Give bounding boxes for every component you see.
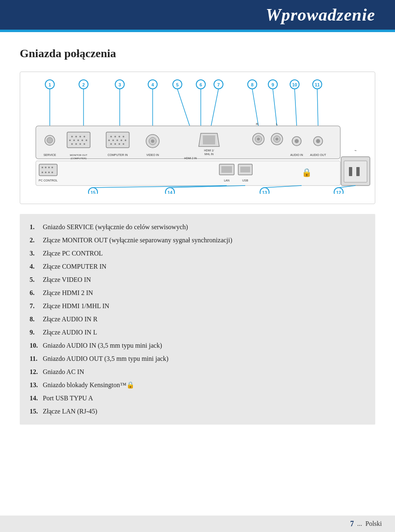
svg-rect-111 bbox=[349, 167, 352, 176]
svg-text:🔒: 🔒 bbox=[302, 167, 312, 177]
svg-text:HDMI 1/: HDMI 1/ bbox=[204, 149, 214, 152]
svg-point-79 bbox=[257, 138, 260, 141]
connector-svg: 1 2 3 4 5 6 7 bbox=[30, 79, 384, 194]
list-item: 5. Złącze VIDEO IN bbox=[30, 273, 365, 286]
svg-rect-103 bbox=[221, 166, 232, 173]
svg-point-61 bbox=[121, 139, 122, 141]
svg-point-55 bbox=[114, 136, 116, 137]
svg-text:HDMI 2 IN: HDMI 2 IN bbox=[184, 157, 197, 160]
svg-line-32 bbox=[317, 89, 318, 126]
svg-text:MONITOR OUT: MONITOR OUT bbox=[70, 154, 88, 156]
list-item: 14. Port USB TYPU A bbox=[30, 392, 365, 405]
svg-point-35 bbox=[47, 137, 53, 143]
svg-point-47 bbox=[71, 143, 73, 145]
svg-text:AUDIO OUT: AUDIO OUT bbox=[310, 153, 327, 156]
list-item: 12. Gniazdo AC IN bbox=[30, 365, 365, 379]
svg-point-99 bbox=[48, 172, 50, 173]
description-list: 1. Gniazdo SERVICE (wyłącznie do celów s… bbox=[30, 221, 365, 418]
list-item: 10. Gniazdo AUDIO IN (3,5 mm typu mini j… bbox=[30, 339, 365, 352]
svg-text:2: 2 bbox=[82, 82, 85, 87]
svg-point-66 bbox=[123, 143, 124, 145]
footer-language: Polski bbox=[365, 520, 382, 527]
svg-rect-110 bbox=[344, 161, 367, 182]
page-footer: 7 ... Polski bbox=[0, 516, 395, 532]
list-item: 1. Gniazdo SERVICE (wyłącznie do celów s… bbox=[30, 221, 365, 234]
svg-text:4: 4 bbox=[151, 82, 154, 87]
svg-rect-112 bbox=[356, 167, 360, 176]
svg-rect-106 bbox=[240, 167, 250, 172]
svg-text:COMPUTER IN: COMPUTER IN bbox=[108, 153, 128, 156]
list-item: 9. Złącze AUDIO IN L bbox=[30, 326, 365, 339]
svg-text:VIDEO IN: VIDEO IN bbox=[146, 153, 159, 156]
svg-point-46 bbox=[86, 139, 87, 141]
svg-line-29 bbox=[295, 89, 297, 126]
page-title: Wprowadzenie bbox=[266, 5, 375, 25]
svg-point-50 bbox=[84, 143, 85, 145]
svg-text:15: 15 bbox=[91, 190, 95, 194]
page-header: Wprowadzenie bbox=[0, 0, 395, 30]
svg-line-26 bbox=[273, 89, 277, 126]
svg-text:8: 8 bbox=[251, 82, 253, 87]
svg-point-40 bbox=[79, 136, 81, 137]
svg-text:R: R bbox=[256, 122, 258, 126]
svg-text:MHL IN: MHL IN bbox=[204, 153, 214, 156]
svg-point-63 bbox=[110, 143, 112, 145]
svg-point-65 bbox=[118, 143, 120, 145]
svg-point-48 bbox=[75, 143, 77, 145]
svg-point-39 bbox=[75, 136, 77, 137]
svg-point-41 bbox=[84, 136, 85, 137]
svg-text:SERVICE: SERVICE bbox=[44, 153, 56, 156]
svg-point-89 bbox=[316, 139, 320, 143]
svg-line-14 bbox=[177, 89, 190, 126]
svg-text:5: 5 bbox=[176, 82, 179, 87]
svg-point-58 bbox=[108, 139, 110, 141]
section-title: Gniazda połączenia bbox=[20, 47, 375, 60]
list-item: 6. Złącze HDMI 2 IN bbox=[30, 286, 365, 300]
main-content: Gniazda połączenia 1 2 3 4 bbox=[0, 32, 395, 444]
list-item: 3. Złącze PC CONTROL bbox=[30, 247, 365, 260]
svg-rect-92 bbox=[39, 164, 57, 176]
svg-text:(COMPUTER): (COMPUTER) bbox=[71, 157, 86, 160]
svg-text:~: ~ bbox=[354, 149, 356, 153]
connector-diagram-area: 1 2 3 4 5 6 7 bbox=[20, 72, 375, 204]
svg-text:7: 7 bbox=[217, 82, 220, 87]
svg-point-83 bbox=[276, 138, 279, 141]
svg-text:9: 9 bbox=[272, 82, 274, 87]
svg-text:11: 11 bbox=[315, 82, 320, 87]
svg-text:L: L bbox=[276, 122, 278, 126]
list-item: 7. Złącze HDMI 1/MHL IN bbox=[30, 300, 365, 313]
svg-text:PC CONTROL: PC CONTROL bbox=[39, 179, 58, 182]
svg-point-42 bbox=[69, 139, 71, 141]
svg-point-95 bbox=[48, 167, 50, 168]
list-item: 13. Gniazdo blokady Kensington™🔒 bbox=[30, 379, 365, 392]
svg-point-100 bbox=[51, 172, 53, 173]
svg-rect-91 bbox=[36, 161, 340, 186]
svg-line-20 bbox=[211, 89, 218, 126]
svg-point-44 bbox=[77, 139, 79, 141]
svg-text:3: 3 bbox=[118, 82, 121, 87]
svg-text:USB: USB bbox=[242, 179, 249, 182]
list-item: 8. Złącze AUDIO IN R bbox=[30, 313, 365, 326]
svg-text:14: 14 bbox=[167, 190, 173, 194]
svg-point-96 bbox=[51, 167, 53, 168]
svg-point-49 bbox=[79, 143, 81, 145]
svg-point-38 bbox=[71, 136, 73, 137]
svg-point-57 bbox=[123, 136, 124, 137]
svg-point-94 bbox=[45, 167, 46, 168]
svg-point-64 bbox=[114, 143, 116, 145]
svg-text:12: 12 bbox=[336, 190, 341, 194]
list-item: 15. Złącze LAN (RJ-45) bbox=[30, 405, 365, 418]
svg-point-56 bbox=[118, 136, 120, 137]
svg-text:6: 6 bbox=[200, 82, 202, 87]
svg-text:AUDIO IN: AUDIO IN bbox=[290, 153, 303, 156]
svg-point-97 bbox=[42, 172, 43, 173]
svg-point-70 bbox=[151, 139, 154, 143]
svg-text:10: 10 bbox=[292, 82, 297, 87]
svg-point-93 bbox=[42, 167, 43, 168]
svg-text:LAN: LAN bbox=[224, 179, 230, 182]
list-item: 4. Złącze COMPUTER IN bbox=[30, 260, 365, 273]
page-number: 7 bbox=[350, 520, 354, 528]
svg-point-54 bbox=[110, 136, 112, 137]
svg-point-45 bbox=[81, 139, 83, 141]
list-item: 2. Złącze MONITOR OUT (wyłącznie separow… bbox=[30, 234, 365, 247]
